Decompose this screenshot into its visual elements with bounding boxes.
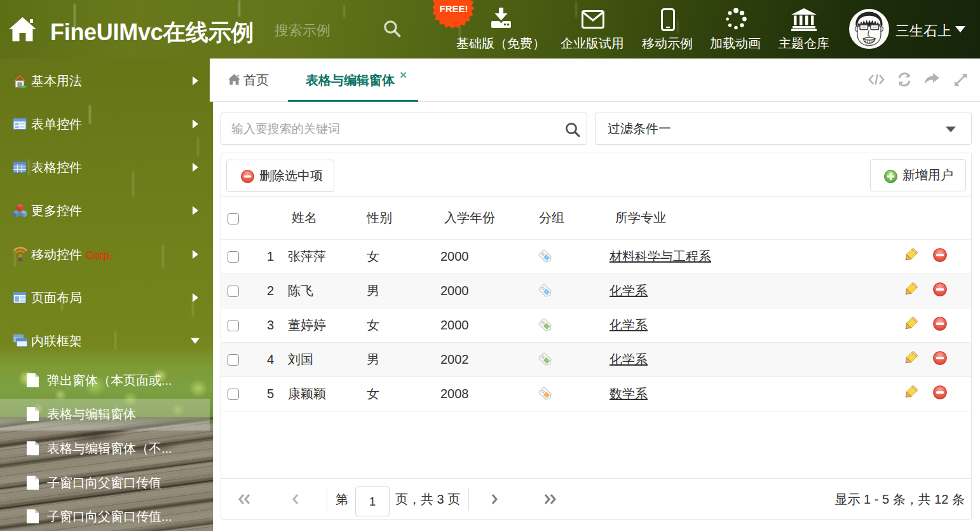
svg-text:FREE!: FREE! (440, 3, 468, 14)
